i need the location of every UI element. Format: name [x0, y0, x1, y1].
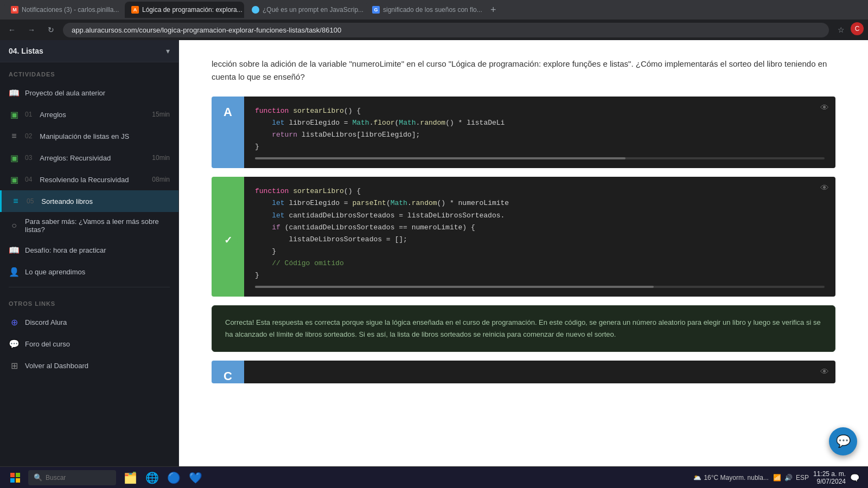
explanation-text: Correcta! Esta respuesta es correcta por… [225, 318, 821, 338]
grid-icon: ⊞ [9, 360, 20, 371]
sidebar-item-duration-arreglos: 15min [152, 111, 170, 118]
sidebar-item-proyecto[interactable]: 📖 Proyecto del aula anterior [0, 82, 178, 104]
sidebar-item-foro[interactable]: 💬 Foro del curso [0, 333, 178, 355]
answer-letter-a: A [212, 97, 244, 168]
tab-google[interactable]: G significado de los sueños con flo... ✕ [366, 2, 485, 18]
sidebar: 04. Listas ▾ ACTIVIDADES 📖 Proyecto del … [0, 40, 179, 466]
browser-actions: ☆ C [833, 22, 864, 37]
svg-rect-0 [10, 473, 15, 477]
taskbar-search[interactable]: 🔍 [28, 470, 116, 485]
scrollbar-b[interactable] [255, 286, 825, 288]
tab-gmail[interactable]: M Notificaciones (3) - carlos.pinilla...… [4, 2, 124, 18]
item-number-recur: 03 [25, 154, 32, 162]
bookmark-button[interactable]: ☆ [833, 22, 848, 37]
check-circle-icon: ✓ [218, 230, 238, 250]
taskbar: 🔍 🗂️ 🌐 🔵 💙 🌥️ 16°C Mayorm. nubla... 📶 🔊 … [0, 466, 868, 488]
chat-bubble-button[interactable]: 💬 [829, 427, 857, 455]
sidebar-item-manipulacion[interactable]: ≡ 02 Manipulación de listas en JS [0, 125, 178, 147]
systray-icons: 📶 🔊 ESP [773, 474, 809, 481]
sidebar-item-resolviendo[interactable]: ▣ 04 Resolviendo la Recursividad 08min [0, 169, 178, 190]
square-green-icon: ▣ [9, 109, 20, 120]
code-line-b1: function sortearLibro() { [255, 185, 825, 197]
sidebar-header[interactable]: 04. Listas ▾ [0, 40, 178, 62]
sidebar-item-label-desafio: Desafío: hora de practicar [25, 246, 170, 254]
tab-alura-label: Lógica de programación: explora... [142, 6, 242, 14]
sidebar-item-arreglos[interactable]: ▣ 01 Arreglos 15min [0, 104, 178, 125]
code-line-b8: } [255, 269, 825, 281]
code-line-b3: let cantidadDeLibrosSorteados = listaDeL… [255, 210, 825, 222]
code-line-a2: let libroElegido = Math.floor(Math.rando… [255, 117, 825, 129]
item-number-arreglos: 01 [25, 111, 32, 118]
svg-rect-3 [16, 478, 20, 483]
svg-rect-2 [10, 478, 15, 483]
item-number-sort: 05 [27, 197, 34, 205]
sidebar-item-sorteando[interactable]: ≡ 05 Sorteando libros [0, 190, 178, 212]
profile-button[interactable]: C [851, 22, 864, 35]
tab-js-label: ¿Qué es un prompt en JavaScrip... [263, 6, 363, 14]
tab-gmail-label: Notificaciones (3) - carlos.pinilla... [22, 6, 119, 14]
tab-alura[interactable]: A Lógica de programación: explora... ✕ [125, 2, 244, 18]
answer-letter-c: C [212, 361, 244, 383]
square-green-icon-3: ▣ [9, 174, 20, 185]
taskbar-apps: 🗂️ 🌐 🔵 💙 [120, 468, 205, 487]
start-button[interactable] [4, 469, 26, 486]
taskbar-app-edge[interactable]: 🌐 [142, 468, 162, 487]
search-input[interactable] [46, 474, 111, 481]
otros-links-label: OTROS LINKS [0, 292, 178, 311]
reload-button[interactable]: ↻ [43, 22, 59, 37]
tab-bar: M Notificaciones (3) - carlos.pinilla...… [0, 0, 868, 20]
answer-letter-b: ✓ [212, 177, 244, 297]
windows-icon [10, 473, 20, 483]
answer-option-c[interactable]: C 👁 [212, 361, 835, 383]
eye-icon-b[interactable]: 👁 [820, 183, 829, 193]
sidebar-item-label-dashboard: Volver al Dashboard [25, 362, 170, 370]
circle-icon: ○ [9, 220, 20, 231]
sidebar-item-label-discord: Discord Alura [25, 318, 170, 326]
taskbar-app-vscode[interactable]: 💙 [186, 468, 205, 487]
sidebar-item-recursividad[interactable]: ▣ 03 Arreglos: Recursividad 10min [0, 147, 178, 169]
sidebar-item-dashboard[interactable]: ⊞ Volver al Dashboard [0, 355, 178, 376]
notification-icon[interactable]: 🗨️ [850, 473, 859, 482]
weather-text: 16°C Mayorm. nubla... [704, 474, 769, 481]
sidebar-item-discord[interactable]: ⊕ Discord Alura [0, 311, 178, 333]
item-number-resol: 04 [25, 176, 32, 183]
item-number-manip: 02 [25, 132, 32, 140]
taskbar-app-explorer[interactable]: 🗂️ [120, 468, 140, 487]
eye-icon-c[interactable]: 👁 [820, 367, 829, 377]
list-icon: ≡ [9, 131, 20, 142]
alura-favicon: A [131, 6, 139, 14]
answer-option-b[interactable]: ✓ 👁 function sortearLibro() { let libroE… [212, 177, 835, 297]
search-icon: 🔍 [34, 473, 42, 481]
question-text: lección sobre la adición de la variable … [212, 57, 835, 84]
sidebar-item-duration-resol: 08min [152, 176, 170, 183]
eye-icon-a[interactable]: 👁 [820, 103, 829, 113]
gmail-favicon: M [11, 6, 18, 14]
forward-button[interactable]: → [24, 22, 39, 37]
sidebar-item-duration-recur: 10min [152, 154, 170, 162]
lang-label: ESP [796, 474, 809, 481]
tab-js[interactable]: ¿Qué es un prompt en JavaScrip... ✕ [245, 2, 365, 18]
sidebar-item-loaprendimos[interactable]: 👤 Lo que aprendimos [0, 261, 178, 282]
sidebar-chevron-icon[interactable]: ▾ [166, 47, 170, 55]
sidebar-item-label-proyecto: Proyecto del aula anterior [25, 89, 170, 97]
taskbar-app-chrome[interactable]: 🔵 [164, 468, 183, 487]
answer-code-b: 👁 function sortearLibro() { let libroEle… [244, 177, 835, 297]
systray-time: 11:25 a. m. [813, 470, 846, 478]
book-icon-2: 📖 [9, 245, 20, 255]
code-line-b4: if (cantidadDeLibrosSorteados == numeroL… [255, 222, 825, 234]
back-button[interactable]: ← [4, 22, 20, 37]
new-tab-button[interactable]: + [486, 4, 501, 16]
discord-icon: ⊕ [9, 317, 20, 328]
address-bar: ← → ↻ ☆ C [0, 20, 868, 40]
code-line-b7: // Código omitido [255, 258, 825, 269]
content-area: lección sobre la adición de la variable … [179, 40, 868, 466]
sidebar-item-desafio[interactable]: 📖 Desafío: hora de practicar [0, 239, 178, 261]
sidebar-item-label-arreglos: Arreglos [40, 111, 146, 119]
scrollbar-a[interactable] [255, 157, 825, 159]
code-line-a1: function sortearLibro() { [255, 105, 825, 117]
code-line-a4: } [255, 141, 825, 153]
url-input[interactable] [63, 23, 829, 37]
answer-option-a[interactable]: A 👁 function sortearLibro() { let libroE… [212, 97, 835, 168]
sidebar-item-parasaber[interactable]: ○ Para saber más: ¿Vamos a leer más sobr… [0, 212, 178, 239]
list-icon-2: ≡ [10, 196, 21, 207]
